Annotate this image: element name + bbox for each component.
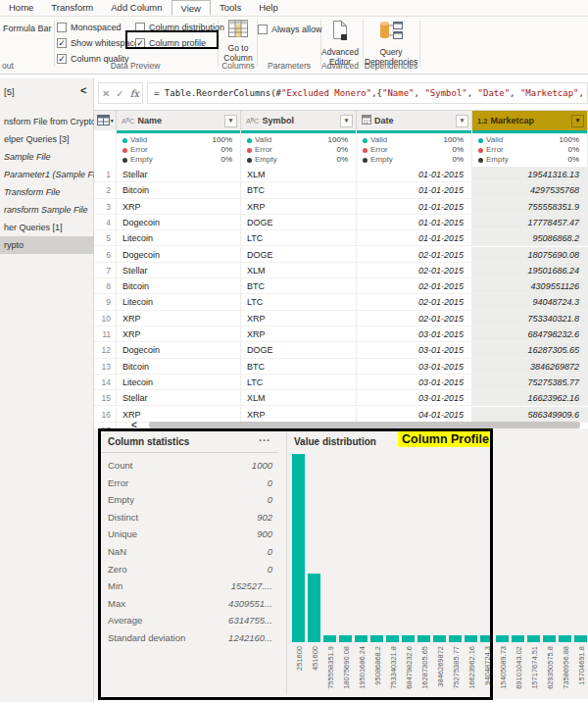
distribution-bar[interactable] [386, 635, 399, 642]
sidebar-item-ransform-sample-file[interactable]: ransform Sample File [0, 201, 94, 219]
distribution-bar[interactable] [417, 635, 430, 642]
distribution-bar[interactable] [559, 635, 571, 642]
cell-name[interactable]: Bitcoin [117, 182, 241, 198]
cell-symbol[interactable]: BTC [241, 278, 357, 294]
cell-marketcap[interactable]: 16623962.16 [472, 390, 588, 406]
cell-date[interactable]: 03-01-2015 [357, 326, 472, 342]
filter-dropdown-icon[interactable]: ▾ [340, 115, 353, 127]
cell-name[interactable]: XRP [117, 199, 241, 215]
column-distribution-checkbox[interactable]: Column distribution [135, 22, 224, 33]
sidebar-item-her-queries-1[interactable]: her Queries [1] [0, 219, 94, 236]
cell-date[interactable]: 01-01-2015 [357, 199, 472, 215]
cell-marketcap[interactable]: 4297535768 [472, 182, 588, 198]
filter-dropdown-icon[interactable]: ▾ [456, 115, 468, 127]
cell-marketcap[interactable]: 3846269872 [472, 359, 588, 375]
cell-name[interactable]: XRP [117, 326, 241, 342]
sidebar-item-nsform-file-from-crypto[interactable]: nsform File from Crypto [... [0, 113, 94, 130]
cell-symbol[interactable]: XRP [241, 326, 357, 342]
distribution-bar[interactable] [433, 635, 446, 642]
horizontal-scrollbar-thumb[interactable] [149, 422, 580, 428]
cell-name[interactable]: XRP [117, 311, 241, 326]
cell-name[interactable]: Bitcoin [117, 278, 241, 294]
distribution-bar[interactable] [496, 635, 509, 642]
cell-name[interactable]: Dogecoin [117, 342, 241, 358]
cell-marketcap[interactable]: 19501686.24 [472, 263, 588, 278]
cell-name[interactable]: Dogecoin [117, 215, 241, 230]
sidebar-item-transform-file[interactable]: Transform File [0, 183, 94, 201]
table-corner-menu[interactable]: ▾ [94, 110, 117, 130]
column-header-date[interactable]: Date▾ [357, 110, 472, 130]
monospaced-checkbox[interactable]: Monospaced [57, 22, 122, 33]
distribution-bar[interactable] [465, 635, 477, 642]
cell-date[interactable]: 03-01-2015 [357, 359, 472, 375]
distribution-bar[interactable] [527, 635, 540, 642]
cell-marketcap[interactable]: 18075690.08 [472, 247, 588, 263]
distribution-bar[interactable] [402, 635, 415, 642]
tab-add-column[interactable]: Add Column [102, 0, 171, 16]
distribution-bar[interactable] [449, 635, 462, 642]
cell-marketcap[interactable]: 753340321.8 [472, 311, 588, 326]
distribution-bar[interactable] [355, 635, 368, 642]
confirm-formula-icon[interactable]: ✓ [116, 88, 123, 99]
cell-symbol[interactable]: DOGE [241, 247, 357, 263]
cell-name[interactable]: Litecoin [117, 294, 241, 310]
distribution-bar[interactable] [339, 635, 352, 642]
cell-date[interactable]: 03-01-2015 [357, 390, 472, 406]
cell-date[interactable]: 03-01-2015 [357, 342, 472, 358]
cell-date[interactable]: 01-01-2015 [357, 182, 472, 198]
tab-view[interactable]: View [172, 0, 211, 16]
cell-marketcap[interactable]: 586349909.6 [472, 407, 588, 423]
cell-name[interactable]: Bitcoin [117, 359, 241, 375]
cell-date[interactable]: 02-01-2015 [357, 247, 472, 263]
cell-name[interactable]: Litecoin [117, 375, 241, 390]
column-profile-checkbox[interactable]: ✓Column profile [135, 37, 206, 49]
cell-name[interactable]: Stellar [117, 167, 241, 182]
distribution-bar[interactable] [323, 635, 336, 642]
cell-marketcap[interactable]: 4309551126 [472, 278, 588, 294]
distribution-bar[interactable] [543, 635, 556, 642]
cell-marketcap[interactable]: 19541316.13 [472, 167, 588, 182]
sidebar-item-elper-queries-3[interactable]: elper Queries [3] [0, 130, 94, 148]
sidebar-item-rypto[interactable]: rypto [0, 236, 94, 254]
cell-symbol[interactable]: DOGE [241, 342, 357, 358]
cell-marketcap[interactable]: 16287305.65 [472, 342, 588, 358]
cell-symbol[interactable]: LTC [241, 230, 357, 246]
cell-date[interactable]: 01-01-2015 [357, 230, 472, 246]
cell-symbol[interactable]: DOGE [241, 215, 357, 230]
cell-date[interactable]: 02-01-2015 [357, 311, 472, 326]
distribution-bar[interactable] [480, 635, 493, 642]
tab-tools[interactable]: Tools [211, 0, 250, 16]
formula-bar-checkbox-label[interactable]: Formula Bar [3, 24, 52, 33]
cell-symbol[interactable]: BTC [241, 182, 357, 198]
cancel-formula-icon[interactable]: ✕ [102, 88, 110, 99]
formula-input[interactable]: = Table.ReorderColumns(#"Excluded Monero… [147, 82, 588, 104]
cell-date[interactable]: 02-01-2015 [357, 278, 472, 294]
tab-help[interactable]: Help [250, 0, 287, 16]
cell-symbol[interactable]: XRP [241, 311, 357, 326]
sidebar-item-sample-file[interactable]: Sample File [0, 148, 94, 166]
distribution-bar[interactable] [574, 635, 587, 642]
distribution-bar[interactable] [370, 635, 383, 642]
column-statistics-menu-icon[interactable]: ... [259, 431, 270, 443]
tab-home[interactable]: Home [0, 0, 42, 16]
cell-marketcap[interactable]: 17778457.47 [472, 215, 588, 230]
tab-transform[interactable]: Transform [42, 0, 102, 16]
go-to-column-button[interactable]: Go to Column [220, 20, 257, 63]
cell-symbol[interactable]: XLM [241, 167, 357, 182]
cell-marketcap[interactable]: 94048724.3 [472, 294, 588, 310]
distribution-bar[interactable] [308, 574, 320, 642]
distribution-bar[interactable] [292, 454, 305, 642]
cell-symbol[interactable]: LTC [241, 375, 357, 390]
column-header-name[interactable]: AᴮCName▾ [117, 110, 241, 130]
cell-name[interactable]: Dogecoin [117, 247, 241, 263]
cell-date[interactable]: 04-01-2015 [357, 407, 472, 423]
cell-date[interactable]: 03-01-2015 [357, 375, 472, 390]
cell-marketcap[interactable]: 755558351.9 [472, 199, 588, 215]
cell-name[interactable]: Stellar [117, 390, 241, 406]
cell-symbol[interactable]: XRP [241, 407, 357, 423]
filter-dropdown-icon[interactable]: ▾ [224, 115, 237, 127]
cell-symbol[interactable]: LTC [241, 294, 357, 310]
cell-marketcap[interactable]: 75275385.77 [472, 375, 588, 390]
always-allow-checkbox[interactable]: Always allow [258, 24, 322, 35]
cell-name[interactable]: Stellar [117, 263, 241, 278]
